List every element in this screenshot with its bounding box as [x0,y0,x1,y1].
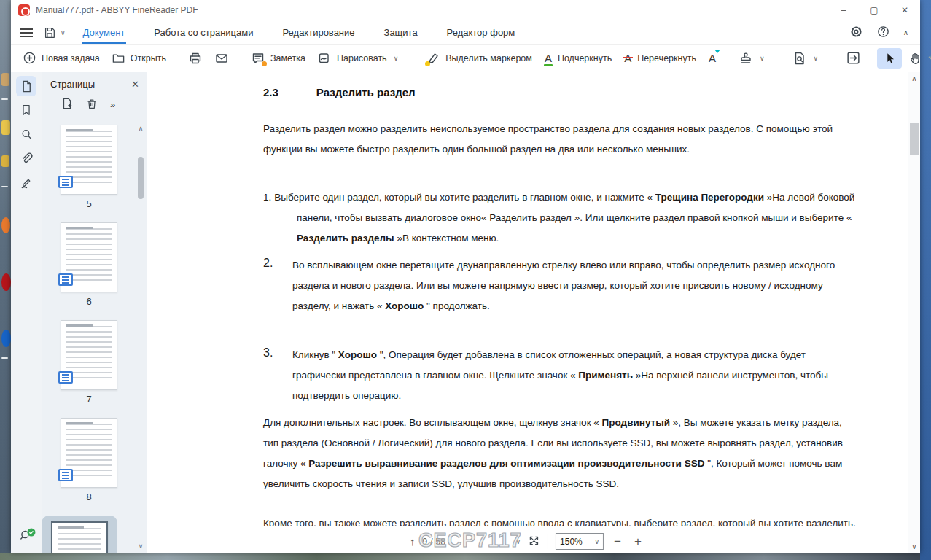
thumbnail-page-preview[interactable] [61,125,117,195]
document-search-icon [792,51,807,66]
close-button[interactable]: ✕ [889,0,920,20]
desktop-icon-fragment[interactable] [1,217,10,233]
desktop-bottom-strip [0,553,931,560]
menu-tab[interactable]: Работа со страницами [152,22,254,43]
page-indicator[interactable]: 9 / 58 [422,537,508,547]
panel-more-icon[interactable]: » [110,99,115,110]
rail-search-button[interactable] [16,124,36,144]
menu-tab[interactable]: Защита [383,22,419,43]
hamburger-menu-icon[interactable] [20,28,33,37]
page-thumbnail[interactable]: 9 [42,516,117,553]
note-button[interactable]: Заметка [245,47,311,69]
page-thumbnail[interactable]: 8 [42,418,136,502]
collapse-toolbar-icon[interactable]: ∧ [903,28,908,36]
zoom-in-button[interactable]: + [631,534,644,549]
menu-tabs: ДокументРабота со страницамиРедактирован… [82,22,517,43]
page-number-label: 6 [86,296,91,307]
rail-bookmarks-button[interactable] [16,100,36,120]
save-chevron-icon[interactable]: ∨ [61,29,66,36]
menu-tab[interactable]: Редактор форм [445,22,517,43]
desktop-icon-fragment[interactable] [1,330,11,347]
zoom-value: 150% [560,537,583,547]
fit-screen-icon[interactable] [528,534,540,549]
print-button[interactable] [182,47,209,69]
panel-scroll-down-icon[interactable]: ∨ [136,542,145,550]
strikethrough-button[interactable]: А Перечеркнуть [618,47,702,69]
plus-circle-icon [23,51,36,65]
toolbar: Новая задача Открыть [11,44,920,71]
thumbnail-page-preview[interactable] [61,320,117,390]
thumbnail-page-preview[interactable] [51,521,108,553]
redact-search-button[interactable]: ∨ [787,47,830,69]
zoom-out-button[interactable]: − [611,534,624,549]
page-number-label: 7 [86,394,91,405]
finereader-window: Manual777.pdf - ABBYY FineReader PDF – ▢… [11,0,920,553]
export-document-icon [846,50,861,66]
scroll-up-icon[interactable]: ↑ [410,535,416,548]
app-logo-icon [18,4,30,16]
thumbnail-page-preview[interactable] [61,418,117,488]
draw-chevron-icon[interactable]: ∨ [394,55,399,62]
note-annotation-icon[interactable] [58,469,73,481]
undo-icon[interactable]: ↶ [928,50,931,66]
document-scrollbar[interactable]: ∧ ∨ [908,72,920,553]
menu-tab[interactable]: Редактирование [281,22,357,43]
zoom-chevron-icon: ∨ [594,538,599,545]
note-annotation-icon[interactable] [58,273,73,286]
redact-chevron-icon[interactable]: ∨ [814,55,819,62]
doc-scrollbar-thumb[interactable] [910,123,919,155]
open-button[interactable]: Открыть [106,47,172,69]
draw-button[interactable]: Нарисовать ∨ [311,47,410,69]
help-icon[interactable] [876,25,890,41]
printer-icon [188,51,203,66]
select-tool-button[interactable] [877,48,902,69]
thumbnail-page-preview[interactable] [61,222,117,292]
document-area[interactable]: 2.3Разделить разделРазделить раздел можн… [147,72,908,553]
desktop-icon-fragment[interactable] [1,273,11,291]
convert-button[interactable] [840,47,867,69]
page-thumbnail[interactable]: 5 [42,125,136,209]
highlight-button[interactable]: Выделить маркером [420,47,538,69]
hand-tool-button[interactable] [902,47,928,69]
panel-scrollbar-thumb[interactable] [138,157,144,199]
page-thumbnail[interactable]: 6 [42,222,136,307]
desktop-icon-fragment[interactable] [1,155,9,167]
doc-scroll-up-icon[interactable]: ∧ [908,74,920,82]
add-page-icon[interactable] [61,97,74,112]
desktop-icon-fragment[interactable] [1,120,10,135]
doc-scroll-down-icon[interactable]: ∨ [908,542,920,551]
panel-scrollbar[interactable]: ∧ ∨ [136,125,145,550]
menu-tab[interactable]: Документ [82,22,127,43]
stamp-chevron-icon[interactable]: ∨ [760,55,765,62]
stamp-button[interactable]: ∨ [733,47,776,69]
note-annotation-icon[interactable] [58,371,73,384]
doc-block: Кроме того, вы также можете разделить ра… [263,518,860,526]
rail-signature-button[interactable] [16,172,36,192]
page-number-label: 8 [86,491,91,502]
sidebar-rail [11,72,42,553]
rail-pages-button[interactable] [16,76,36,96]
verify-search-icon[interactable] [19,529,34,545]
panel-close-icon[interactable]: ✕ [131,79,139,90]
note-annotation-icon[interactable] [58,176,73,188]
page-thumbnail[interactable]: 7 [42,320,136,405]
new-task-button[interactable]: Новая задача [17,47,106,69]
save-icon[interactable] [43,26,56,39]
view-mode-chevron-icon[interactable]: ∨ [515,538,521,545]
desktop-icon-fragment[interactable] [1,73,9,86]
underline-button[interactable]: А Подчеркнуть [538,47,618,69]
panel-scroll-up-icon[interactable]: ∧ [136,125,145,132]
underline-a-icon: А [544,51,553,65]
page-total: 58 [435,537,445,547]
maximize-button[interactable]: ▢ [859,0,889,20]
desktop-left-strip [0,0,11,560]
document-page: 2.3Разделить разделРазделить раздел можн… [263,72,860,526]
delete-page-icon[interactable] [85,97,98,112]
zoom-select[interactable]: 150% ∨ [556,533,604,550]
minimize-button[interactable]: – [828,0,859,20]
settings-gear-icon[interactable] [849,25,863,41]
rail-attachments-button[interactable] [16,148,36,168]
email-button[interactable] [209,47,235,69]
page-current[interactable]: 9 [422,537,427,547]
text-edit-button[interactable]: А [702,47,722,69]
